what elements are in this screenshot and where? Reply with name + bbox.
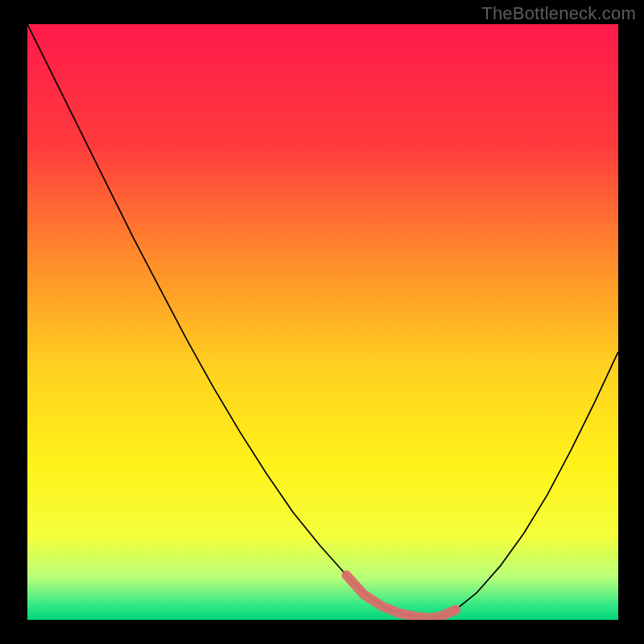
highlight-marker [452,605,460,614]
chart-background [27,24,618,620]
chart-plot-area [27,24,618,620]
chart-frame: TheBottleneck.com [0,0,644,644]
watermark-label: TheBottleneck.com [481,3,636,24]
chart-svg [27,24,618,620]
